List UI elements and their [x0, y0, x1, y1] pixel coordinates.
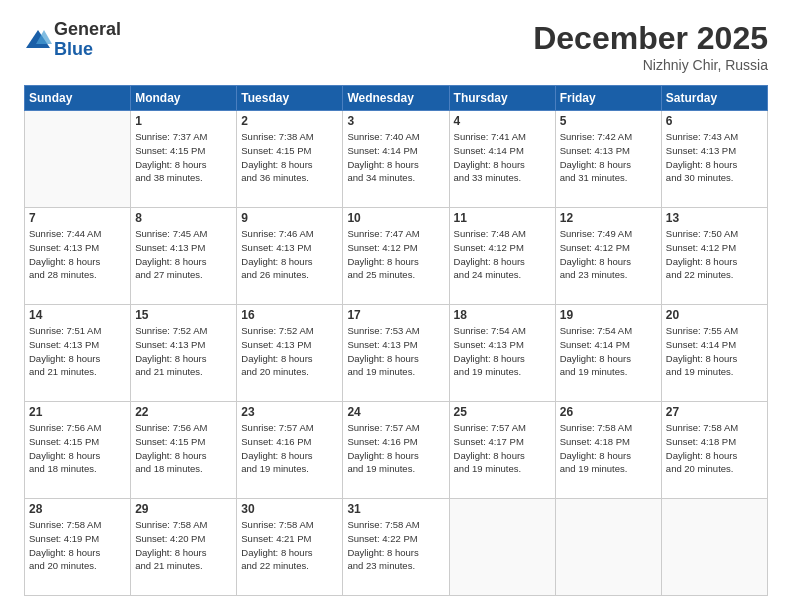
calendar-cell: 2Sunrise: 7:38 AMSunset: 4:15 PMDaylight…: [237, 111, 343, 208]
day-header-wednesday: Wednesday: [343, 86, 449, 111]
sun-info: Sunrise: 7:58 AMSunset: 4:18 PMDaylight:…: [666, 421, 763, 476]
calendar-cell: 26Sunrise: 7:58 AMSunset: 4:18 PMDayligh…: [555, 402, 661, 499]
calendar-week-2: 7Sunrise: 7:44 AMSunset: 4:13 PMDaylight…: [25, 208, 768, 305]
sun-info: Sunrise: 7:48 AMSunset: 4:12 PMDaylight:…: [454, 227, 551, 282]
day-number: 22: [135, 405, 232, 419]
calendar-cell: 31Sunrise: 7:58 AMSunset: 4:22 PMDayligh…: [343, 499, 449, 596]
calendar-cell: 15Sunrise: 7:52 AMSunset: 4:13 PMDayligh…: [131, 305, 237, 402]
calendar-header: SundayMondayTuesdayWednesdayThursdayFrid…: [25, 86, 768, 111]
calendar-cell: 20Sunrise: 7:55 AMSunset: 4:14 PMDayligh…: [661, 305, 767, 402]
calendar-cell: 21Sunrise: 7:56 AMSunset: 4:15 PMDayligh…: [25, 402, 131, 499]
day-number: 28: [29, 502, 126, 516]
sun-info: Sunrise: 7:58 AMSunset: 4:19 PMDaylight:…: [29, 518, 126, 573]
day-number: 26: [560, 405, 657, 419]
calendar-cell: 1Sunrise: 7:37 AMSunset: 4:15 PMDaylight…: [131, 111, 237, 208]
calendar-cell: 22Sunrise: 7:56 AMSunset: 4:15 PMDayligh…: [131, 402, 237, 499]
logo-icon: [24, 26, 52, 54]
day-number: 18: [454, 308, 551, 322]
calendar-week-4: 21Sunrise: 7:56 AMSunset: 4:15 PMDayligh…: [25, 402, 768, 499]
sun-info: Sunrise: 7:46 AMSunset: 4:13 PMDaylight:…: [241, 227, 338, 282]
calendar-week-3: 14Sunrise: 7:51 AMSunset: 4:13 PMDayligh…: [25, 305, 768, 402]
calendar-cell: 17Sunrise: 7:53 AMSunset: 4:13 PMDayligh…: [343, 305, 449, 402]
day-number: 15: [135, 308, 232, 322]
day-number: 27: [666, 405, 763, 419]
calendar-cell: 30Sunrise: 7:58 AMSunset: 4:21 PMDayligh…: [237, 499, 343, 596]
day-number: 13: [666, 211, 763, 225]
calendar-cell: 28Sunrise: 7:58 AMSunset: 4:19 PMDayligh…: [25, 499, 131, 596]
calendar-cell: 14Sunrise: 7:51 AMSunset: 4:13 PMDayligh…: [25, 305, 131, 402]
calendar-cell: 23Sunrise: 7:57 AMSunset: 4:16 PMDayligh…: [237, 402, 343, 499]
day-number: 21: [29, 405, 126, 419]
sun-info: Sunrise: 7:41 AMSunset: 4:14 PMDaylight:…: [454, 130, 551, 185]
header-row: SundayMondayTuesdayWednesdayThursdayFrid…: [25, 86, 768, 111]
calendar-cell: [555, 499, 661, 596]
calendar-week-5: 28Sunrise: 7:58 AMSunset: 4:19 PMDayligh…: [25, 499, 768, 596]
sun-info: Sunrise: 7:40 AMSunset: 4:14 PMDaylight:…: [347, 130, 444, 185]
day-number: 9: [241, 211, 338, 225]
calendar-cell: 8Sunrise: 7:45 AMSunset: 4:13 PMDaylight…: [131, 208, 237, 305]
calendar-cell: 27Sunrise: 7:58 AMSunset: 4:18 PMDayligh…: [661, 402, 767, 499]
day-number: 7: [29, 211, 126, 225]
day-number: 30: [241, 502, 338, 516]
day-number: 31: [347, 502, 444, 516]
sun-info: Sunrise: 7:57 AMSunset: 4:16 PMDaylight:…: [241, 421, 338, 476]
day-number: 10: [347, 211, 444, 225]
calendar-cell: 4Sunrise: 7:41 AMSunset: 4:14 PMDaylight…: [449, 111, 555, 208]
sun-info: Sunrise: 7:52 AMSunset: 4:13 PMDaylight:…: [241, 324, 338, 379]
sun-info: Sunrise: 7:52 AMSunset: 4:13 PMDaylight:…: [135, 324, 232, 379]
day-number: 1: [135, 114, 232, 128]
sun-info: Sunrise: 7:57 AMSunset: 4:17 PMDaylight:…: [454, 421, 551, 476]
day-number: 3: [347, 114, 444, 128]
calendar-cell: 9Sunrise: 7:46 AMSunset: 4:13 PMDaylight…: [237, 208, 343, 305]
day-header-friday: Friday: [555, 86, 661, 111]
calendar-cell: 6Sunrise: 7:43 AMSunset: 4:13 PMDaylight…: [661, 111, 767, 208]
calendar-cell: 5Sunrise: 7:42 AMSunset: 4:13 PMDaylight…: [555, 111, 661, 208]
sun-info: Sunrise: 7:57 AMSunset: 4:16 PMDaylight:…: [347, 421, 444, 476]
sun-info: Sunrise: 7:54 AMSunset: 4:14 PMDaylight:…: [560, 324, 657, 379]
page: General Blue December 2025 Nizhniy Chir,…: [0, 0, 792, 612]
sun-info: Sunrise: 7:56 AMSunset: 4:15 PMDaylight:…: [29, 421, 126, 476]
calendar-body: 1Sunrise: 7:37 AMSunset: 4:15 PMDaylight…: [25, 111, 768, 596]
sun-info: Sunrise: 7:47 AMSunset: 4:12 PMDaylight:…: [347, 227, 444, 282]
sun-info: Sunrise: 7:56 AMSunset: 4:15 PMDaylight:…: [135, 421, 232, 476]
day-number: 24: [347, 405, 444, 419]
day-header-monday: Monday: [131, 86, 237, 111]
sun-info: Sunrise: 7:58 AMSunset: 4:22 PMDaylight:…: [347, 518, 444, 573]
day-header-saturday: Saturday: [661, 86, 767, 111]
sun-info: Sunrise: 7:49 AMSunset: 4:12 PMDaylight:…: [560, 227, 657, 282]
sun-info: Sunrise: 7:45 AMSunset: 4:13 PMDaylight:…: [135, 227, 232, 282]
calendar-cell: [25, 111, 131, 208]
sun-info: Sunrise: 7:37 AMSunset: 4:15 PMDaylight:…: [135, 130, 232, 185]
calendar-cell: 25Sunrise: 7:57 AMSunset: 4:17 PMDayligh…: [449, 402, 555, 499]
calendar-cell: 10Sunrise: 7:47 AMSunset: 4:12 PMDayligh…: [343, 208, 449, 305]
header: General Blue December 2025 Nizhniy Chir,…: [24, 20, 768, 73]
day-number: 14: [29, 308, 126, 322]
logo: General Blue: [24, 20, 121, 60]
logo-text: General Blue: [54, 20, 121, 60]
sun-info: Sunrise: 7:58 AMSunset: 4:18 PMDaylight:…: [560, 421, 657, 476]
day-number: 29: [135, 502, 232, 516]
calendar-week-1: 1Sunrise: 7:37 AMSunset: 4:15 PMDaylight…: [25, 111, 768, 208]
day-number: 16: [241, 308, 338, 322]
calendar-cell: 29Sunrise: 7:58 AMSunset: 4:20 PMDayligh…: [131, 499, 237, 596]
sun-info: Sunrise: 7:55 AMSunset: 4:14 PMDaylight:…: [666, 324, 763, 379]
day-header-sunday: Sunday: [25, 86, 131, 111]
day-number: 6: [666, 114, 763, 128]
calendar-cell: 12Sunrise: 7:49 AMSunset: 4:12 PMDayligh…: [555, 208, 661, 305]
location: Nizhniy Chir, Russia: [533, 57, 768, 73]
day-number: 17: [347, 308, 444, 322]
day-number: 2: [241, 114, 338, 128]
title-area: December 2025 Nizhniy Chir, Russia: [533, 20, 768, 73]
sun-info: Sunrise: 7:58 AMSunset: 4:21 PMDaylight:…: [241, 518, 338, 573]
sun-info: Sunrise: 7:58 AMSunset: 4:20 PMDaylight:…: [135, 518, 232, 573]
day-number: 12: [560, 211, 657, 225]
day-number: 23: [241, 405, 338, 419]
calendar-cell: 7Sunrise: 7:44 AMSunset: 4:13 PMDaylight…: [25, 208, 131, 305]
day-number: 4: [454, 114, 551, 128]
day-number: 19: [560, 308, 657, 322]
calendar-cell: 16Sunrise: 7:52 AMSunset: 4:13 PMDayligh…: [237, 305, 343, 402]
sun-info: Sunrise: 7:53 AMSunset: 4:13 PMDaylight:…: [347, 324, 444, 379]
calendar-cell: 18Sunrise: 7:54 AMSunset: 4:13 PMDayligh…: [449, 305, 555, 402]
calendar-cell: [661, 499, 767, 596]
sun-info: Sunrise: 7:38 AMSunset: 4:15 PMDaylight:…: [241, 130, 338, 185]
